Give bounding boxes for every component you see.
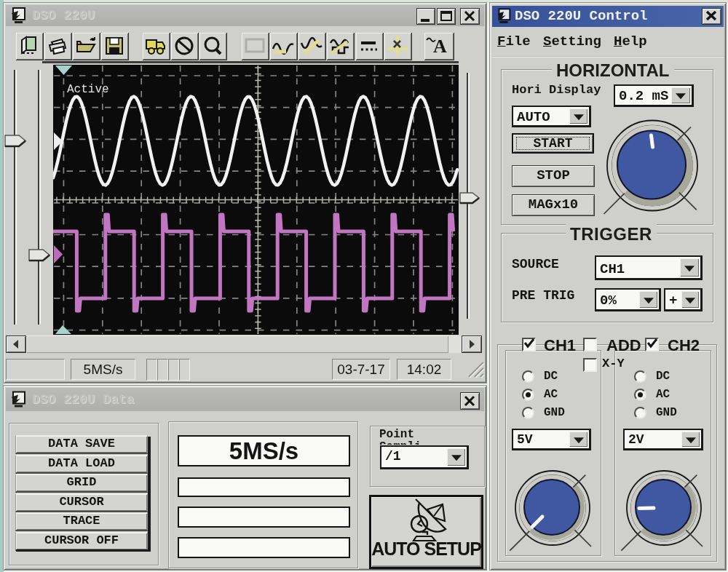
svg-text:A: A (433, 36, 447, 57)
svg-text:Active: Active (67, 83, 109, 96)
